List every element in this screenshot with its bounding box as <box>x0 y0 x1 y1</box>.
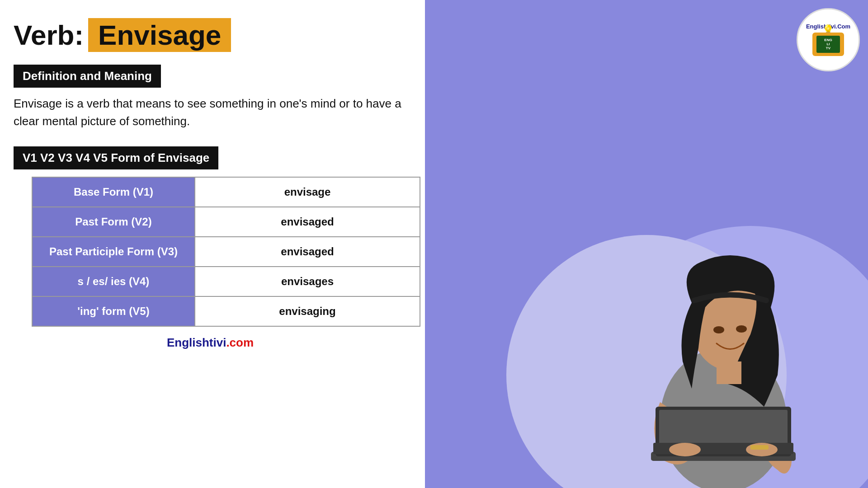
right-panel: Englishtivi.Com 💡 ENGLITV <box>425 0 868 488</box>
left-panel: Verb: Envisage Definition and Meaning En… <box>0 0 425 488</box>
form-value-cell: envisage <box>195 177 420 207</box>
logo-tv-screen: ENGLITV <box>816 36 840 53</box>
svg-point-9 <box>669 443 701 456</box>
form-label-cell: Base Form (V1) <box>32 177 195 207</box>
table-row: Base Form (V1)envisage <box>32 177 420 207</box>
verb-forms-table: Base Form (V1)envisagePast Form (V2)envi… <box>32 177 420 327</box>
person-area <box>597 149 850 488</box>
definition-heading: Definition and Meaning <box>14 65 161 88</box>
definition-heading-box: Definition and Meaning <box>14 65 407 95</box>
logo-inner: Englishtivi.Com 💡 ENGLITV <box>806 23 850 56</box>
logo-container: Englishtivi.Com 💡 ENGLITV <box>797 8 860 71</box>
footer-blue-text: Englishtivi <box>167 336 226 349</box>
forms-heading: V1 V2 V3 V4 V5 Form of Envisage <box>14 146 218 169</box>
form-value-cell: envisaged <box>195 207 420 237</box>
form-label-cell: Past Form (V2) <box>32 207 195 237</box>
verb-label: Verb: <box>14 19 84 51</box>
svg-point-2 <box>713 326 724 333</box>
person-svg <box>610 181 836 488</box>
forms-heading-box: V1 V2 V3 V4 V5 Form of Envisage <box>14 146 407 177</box>
form-label-cell: s / es/ ies (V4) <box>32 267 195 296</box>
form-value-cell: envisages <box>195 267 420 296</box>
verb-word: Envisage <box>88 18 231 52</box>
svg-rect-4 <box>717 361 741 384</box>
logo-tv: ENGLITV <box>812 33 844 56</box>
title-row: Verb: Envisage <box>14 18 407 52</box>
form-label-cell: Past Participle Form (V3) <box>32 237 195 267</box>
form-value-cell: envisaging <box>195 296 420 326</box>
table-row: s / es/ ies (V4)envisages <box>32 267 420 296</box>
table-row: Past Participle Form (V3)envisaged <box>32 237 420 267</box>
form-label-cell: 'ing' form (V5) <box>32 296 195 326</box>
svg-rect-11 <box>750 445 769 450</box>
footer-red-text: .com <box>226 336 254 349</box>
svg-point-3 <box>736 325 747 333</box>
footer: Englishtivi.com <box>14 336 407 350</box>
table-row: 'ing' form (V5)envisaging <box>32 296 420 326</box>
definition-text: Envisage is a verb that means to see som… <box>14 95 407 130</box>
logo-tv-text: ENGLITV <box>824 38 832 50</box>
table-row: Past Form (V2)envisaged <box>32 207 420 237</box>
form-value-cell: envisaged <box>195 237 420 267</box>
